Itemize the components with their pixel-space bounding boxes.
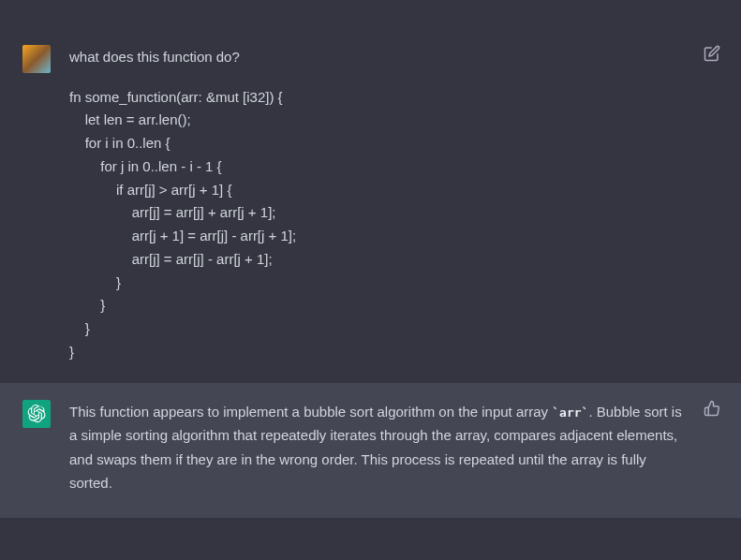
assistant-message: This function appears to implement a bub… <box>0 383 741 518</box>
user-avatar <box>22 45 51 73</box>
inline-code: `arr` <box>552 405 588 420</box>
edit-icon[interactable] <box>704 45 720 62</box>
assistant-text-before: This function appears to implement a bub… <box>69 404 552 420</box>
assistant-message-content: This function appears to implement a bub… <box>69 400 719 495</box>
thumbs-up-icon[interactable] <box>704 400 720 417</box>
code-block: fn some_function(arr: &mut [i32]) { let … <box>69 86 690 364</box>
user-message-content: what does this function do? fn some_func… <box>69 45 719 364</box>
user-message-actions <box>704 45 720 62</box>
question-text: what does this function do? <box>69 45 690 69</box>
top-bar <box>0 0 741 28</box>
assistant-message-actions <box>704 400 720 417</box>
user-message: what does this function do? fn some_func… <box>0 28 741 383</box>
assistant-avatar <box>22 400 51 428</box>
